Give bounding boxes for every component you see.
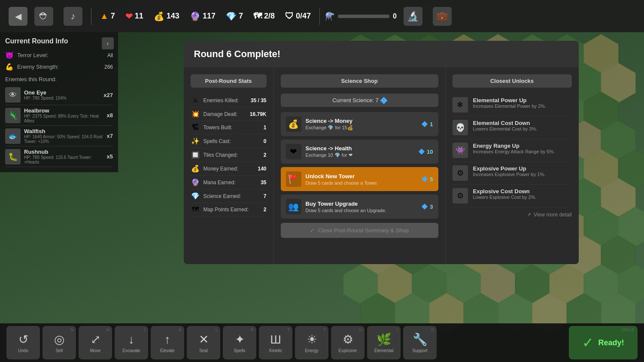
damage-icon: 💥 xyxy=(191,110,200,118)
toolbar-support-button[interactable]: O 🔧 Support xyxy=(403,326,437,359)
tiles-label: Tiles Changed: xyxy=(204,152,260,158)
view-more-label: View more detail xyxy=(534,212,572,218)
checkmark-icon: ✓ xyxy=(310,227,315,234)
toolbar-elemental-button[interactable]: I 🌿 Elemental xyxy=(367,326,401,359)
shop-cost-tower-upgrade: 3 xyxy=(422,204,433,210)
enemy-entry-wallfish: 🐟 Wallfish HP: 1640 Armor: 50% Speed: 10… xyxy=(5,126,113,146)
enemy-info-wallfish: Wallfish HP: 1640 Armor: 50% Speed: 104.… xyxy=(24,128,103,144)
shop-cost-unlock-tower: 5 xyxy=(422,176,433,183)
shop-item-science-money[interactable]: 💰 Science -> Money Exchange 💎 for 15💰 1 xyxy=(281,112,438,136)
shop-cost-science-money: 1 xyxy=(422,121,433,128)
support-key: O xyxy=(431,328,434,332)
unlock-desc-elemental-power-up: Increases Elemental Power by 2%. xyxy=(473,103,547,109)
current-science-bar: Current Science: 7 xyxy=(281,94,438,107)
enemy-count-wallfish: x7 xyxy=(107,133,113,139)
shop-name-science-health: Science -> Health xyxy=(306,145,416,152)
mana-earned-value: 35 xyxy=(261,179,266,186)
elevate-key: K xyxy=(179,328,182,332)
xp-value: 0 xyxy=(393,12,397,20)
enemy-count-healbrow: x8 xyxy=(107,112,113,119)
enemies-killed-label: Enemies Killed: xyxy=(204,97,247,103)
cost-diamond-icon-3 xyxy=(422,176,428,182)
helmet-button[interactable]: ⛑ xyxy=(34,7,53,26)
money-earned-icon: 💰 xyxy=(191,164,200,173)
enemy-icon-wallfish: 🐟 xyxy=(5,128,21,144)
back-button[interactable]: ◀ xyxy=(9,7,27,26)
shop-item-science-health[interactable]: ❤ Science -> Health Exchange 10 💎 for ❤ … xyxy=(281,140,438,164)
shop-item-unlock-tower[interactable]: 🚩 Unlock New Tower Draw 5 cards and choo… xyxy=(281,167,438,191)
toolbar-energy-button[interactable]: Y ☀ Energy xyxy=(295,326,328,359)
shop-cost-science-health: 10 xyxy=(419,149,433,155)
triangle-count: 7 xyxy=(111,12,115,21)
mana-icon: 🔮 xyxy=(190,11,200,21)
stat-money-earned: 💰 Money Earned: 140 xyxy=(191,162,267,176)
toolbar-sell-button[interactable]: N ◎ Sell xyxy=(43,326,76,359)
excavate-key: J xyxy=(144,328,146,332)
toolbar-move-button[interactable]: M ⤢ Move xyxy=(79,326,112,359)
stat-science-earned: 💎 Science Earned: 7 xyxy=(191,189,267,203)
map-icon: 🗺 xyxy=(253,11,262,21)
shop-desc-tower-upgrade: Draw 5 cards and choose an Upgrade. xyxy=(306,208,419,213)
potion-icon: ⚗️ xyxy=(325,12,334,21)
terror-value: All xyxy=(107,52,113,58)
toolbar-spells-button[interactable]: R ✦ Spells xyxy=(223,326,256,359)
unlock-desc-explosive-power-up: Increases Explosive Power by 1%. xyxy=(473,172,546,177)
hud-divider-2 xyxy=(319,8,320,25)
shop-icon-science-health: ❤ xyxy=(286,144,301,159)
post-round-stats-header: Post-Round Stats xyxy=(191,74,267,88)
toolbar-explosive-button[interactable]: U ⚙ Explosive xyxy=(331,326,365,359)
enemies-killed-icon: ⚔ xyxy=(191,96,200,104)
cost-diamond-icon-4 xyxy=(422,204,428,210)
health-count: 11 xyxy=(135,12,143,21)
close-post-round-button[interactable]: ✓ Close Post-Round Summary & Shop xyxy=(281,223,438,238)
science-count: 7 xyxy=(239,12,243,21)
excavate-icon: ↓ xyxy=(128,333,134,347)
enemies-this-round-label: Enemies this Round: xyxy=(5,76,113,82)
briefcase-button[interactable]: 💼 xyxy=(433,7,452,26)
shop-item-tower-upgrade[interactable]: 👥 Buy Tower Upgrade Draw 5 cards and cho… xyxy=(281,195,438,219)
science-earned-icon: 💎 xyxy=(191,192,200,200)
xp-track xyxy=(338,15,389,18)
cost-diamond-icon-2 xyxy=(419,149,425,155)
unlock-info-energy-range-up: Energy Range Up Increases Energy Attack … xyxy=(473,143,555,154)
enemy-stats-healbrow: HP: 2375 Speed: 88% Every Tick: Heal All… xyxy=(24,114,103,123)
undo-label: Undo xyxy=(18,348,28,353)
unlock-desc-explosive-cost-down: Lowers Explosive Cost by 2%. xyxy=(473,195,537,200)
toolbar-seal-button[interactable]: L ✕ Seal xyxy=(187,326,220,359)
music-button[interactable]: ♪ xyxy=(64,7,82,26)
damage-label: Damage Dealt: xyxy=(204,111,246,117)
round-complete-modal: Round 6 Complete! Post-Round Stats ⚔ Ene… xyxy=(184,41,579,264)
science-shop-header: Science Shop xyxy=(281,74,438,88)
view-more-detail-button[interactable]: ↗ View more detail xyxy=(453,212,572,218)
toolbar-undo-button[interactable]: ↺ Undo xyxy=(6,326,40,359)
spells-value: 0 xyxy=(264,138,267,144)
mana-earned-label: Mana Earned: xyxy=(204,179,258,186)
hud-stat-science: 💎 7 xyxy=(222,11,246,21)
toolbar-excavate-button[interactable]: J ↓ Excavate xyxy=(115,326,148,359)
hud-stat-mana: 🔮 117 xyxy=(186,11,219,21)
close-button-label: Close Post-Round Summary & Shop xyxy=(318,227,409,234)
sidebar-collapse-button[interactable]: ‹ xyxy=(102,37,114,49)
move-label: Move xyxy=(90,348,100,353)
modal-body: Post-Round Stats ⚔ Enemies Killed: 35 / … xyxy=(184,67,579,264)
lab-button[interactable]: 🔬 xyxy=(404,7,422,26)
map-points-value: 2 xyxy=(264,207,267,213)
unlock-info-explosive-power-up: Explosive Power Up Increases Explosive P… xyxy=(473,165,546,177)
unlock-item-elemental-cost-down: 💀 Elemental Cost Down Lowers Elemental C… xyxy=(453,116,572,139)
ready-button[interactable]: SPACE ✓ Ready! xyxy=(569,326,638,359)
explosive-icon: ⚙ xyxy=(343,332,353,347)
shop-name-unlock-tower: Unlock New Tower xyxy=(306,173,419,179)
stat-towers-built: 🏗 Towers Built: 1 xyxy=(191,121,267,134)
unlock-info-elemental-cost-down: Elemental Cost Down Lowers Elemental Cos… xyxy=(473,120,538,131)
unlock-name-elemental-cost-down: Elemental Cost Down xyxy=(473,120,538,126)
toolbar-kinetic-button[interactable]: T Ш Kinetic xyxy=(259,326,292,359)
stat-mana-earned: 🔮 Mana Earned: 35 xyxy=(191,176,267,189)
shop-icon-unlock-tower: 🚩 xyxy=(286,171,301,187)
unlock-desc-elemental-cost-down: Lowers Elemental Cost by 3%. xyxy=(473,126,538,131)
spells-key: R xyxy=(251,328,254,332)
shop-desc-unlock-tower: Draw 5 cards and choose a Tower. xyxy=(306,180,419,186)
toolbar-elevate-button[interactable]: K ↑ Elevate xyxy=(151,326,184,359)
strength-icon: 💪 xyxy=(5,63,14,71)
unlock-icon-elemental-cost-down: 💀 xyxy=(453,120,468,135)
unlock-item-explosive-power-up: ⚙ Explosive Power Up Increases Explosive… xyxy=(453,162,572,185)
